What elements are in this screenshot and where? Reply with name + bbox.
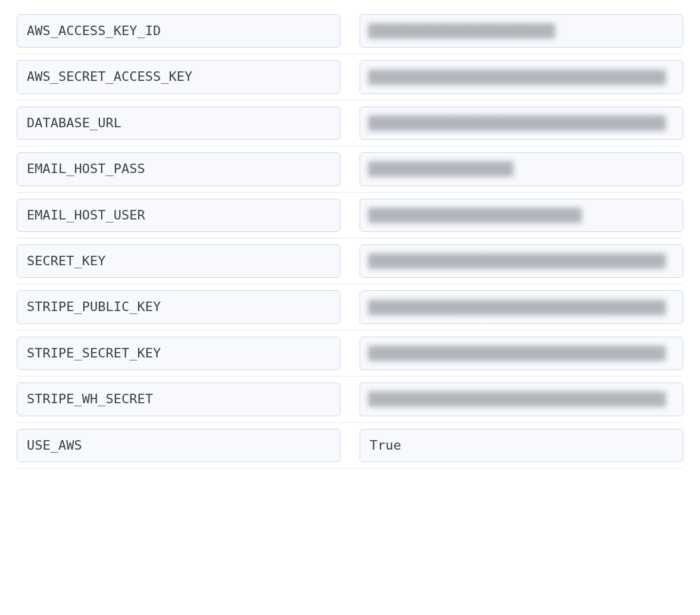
env-var-key-field[interactable]: SECRET_KEY <box>17 244 340 278</box>
env-var-key-field[interactable]: EMAIL_HOST_PASS <box>17 152 340 186</box>
env-var-key-field[interactable]: STRIPE_PUBLIC_KEY <box>17 290 340 324</box>
env-var-value-field[interactable] <box>360 60 683 93</box>
env-var-row: USE_AWSTrue <box>17 423 683 469</box>
env-var-row: AWS_SECRET_ACCESS_KEY <box>17 54 683 100</box>
env-var-key-field[interactable]: DATABASE_URL <box>17 106 340 140</box>
env-var-row: AWS_ACCESS_KEY_ID <box>17 14 683 54</box>
env-var-key-field[interactable]: STRIPE_SECRET_KEY <box>17 337 340 370</box>
env-var-value-field[interactable]: True <box>360 429 683 462</box>
env-var-value-field[interactable] <box>360 14 683 48</box>
env-var-key-field[interactable]: USE_AWS <box>17 429 340 462</box>
env-var-key-field[interactable]: AWS_ACCESS_KEY_ID <box>17 14 340 48</box>
env-var-row: EMAIL_HOST_USER <box>17 193 683 239</box>
env-var-key-field[interactable]: EMAIL_HOST_USER <box>17 199 340 232</box>
env-var-value-field[interactable] <box>360 152 683 186</box>
env-var-row: STRIPE_SECRET_KEY <box>17 331 683 376</box>
env-var-value-field[interactable] <box>360 199 683 232</box>
env-var-value-field[interactable] <box>360 382 683 416</box>
env-var-row: STRIPE_WH_SECRET <box>17 376 683 422</box>
env-var-key-field[interactable]: STRIPE_WH_SECRET <box>17 382 340 416</box>
env-var-value-field[interactable] <box>360 290 683 324</box>
env-var-row: EMAIL_HOST_PASS <box>17 146 683 192</box>
env-var-list: AWS_ACCESS_KEY_IDAWS_SECRET_ACCESS_KEYDA… <box>17 14 683 469</box>
env-var-row: DATABASE_URL <box>17 101 683 146</box>
env-var-row: STRIPE_PUBLIC_KEY <box>17 284 683 330</box>
env-var-value-field[interactable] <box>360 337 683 370</box>
env-var-value-field[interactable] <box>360 244 683 278</box>
env-var-value-field[interactable] <box>360 106 683 140</box>
env-var-key-field[interactable]: AWS_SECRET_ACCESS_KEY <box>17 60 340 93</box>
env-var-row: SECRET_KEY <box>17 239 683 284</box>
